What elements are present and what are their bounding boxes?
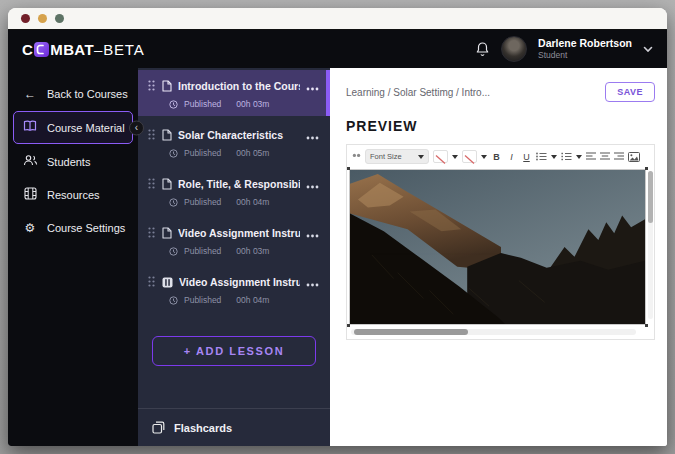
editor-horizontal-scrollbar[interactable]: [351, 329, 636, 335]
document-icon: [162, 178, 172, 190]
logo-text-suffix: BETA: [103, 41, 144, 58]
breadcrumb: Learning / Solar Settimg / Intro...: [346, 87, 490, 98]
logo-icon: [34, 42, 49, 57]
italic-button[interactable]: I: [506, 152, 517, 162]
collapse-panel-icon[interactable]: ‹: [129, 120, 144, 135]
clock-icon: [169, 198, 178, 207]
back-to-courses-label: Back to Courses: [47, 88, 128, 100]
document-icon: [162, 80, 172, 92]
drag-handle-icon[interactable]: [148, 126, 156, 144]
lesson-duration: 00h 05m: [236, 148, 269, 158]
sidebar-item-label: Course Material: [47, 122, 125, 134]
text-color-button[interactable]: [433, 150, 448, 163]
sidebar-item-course-material[interactable]: Course Material ‹: [13, 111, 133, 144]
selected-indicator: [326, 70, 330, 116]
users-icon: [22, 154, 38, 169]
bullet-list-button[interactable]: [536, 152, 547, 161]
lesson-item[interactable]: Role, Title, & Responsibilities Publishe…: [138, 168, 330, 214]
align-right-button[interactable]: [614, 152, 624, 161]
bold-button[interactable]: B: [491, 152, 502, 162]
lesson-menu-icon[interactable]: [306, 77, 320, 95]
editor-canvas[interactable]: [347, 167, 654, 335]
sidebar-item-resources[interactable]: Resources: [8, 178, 138, 212]
font-size-select[interactable]: Font Size: [365, 149, 429, 164]
logo-text-mid: MBAT: [50, 41, 94, 58]
gear-icon: ⚙: [22, 221, 38, 235]
logo-text-pre: C: [22, 41, 33, 58]
drag-handle-icon[interactable]: [148, 273, 156, 291]
caret-down-icon[interactable]: [452, 155, 458, 159]
avatar[interactable]: [501, 36, 527, 62]
lesson-duration: 00h 03m: [236, 246, 269, 256]
caret-down-icon[interactable]: [576, 155, 582, 159]
film-icon: [22, 187, 38, 203]
lesson-menu-icon[interactable]: [306, 224, 320, 242]
numbered-list-button[interactable]: [561, 152, 572, 161]
mountain-image[interactable]: [349, 169, 646, 325]
app-header: C MBAT – BETA Darlene Robertson Student: [8, 30, 667, 68]
insert-image-button[interactable]: [628, 152, 640, 162]
lesson-title: Introduction to the Course: [178, 80, 300, 92]
caret-down-icon[interactable]: [481, 155, 487, 159]
resize-handle[interactable]: [645, 167, 648, 170]
user-name: Darlene Robertson: [538, 37, 632, 50]
arrow-left-icon: ←: [22, 87, 38, 101]
lesson-list-panel: Introduction to the Course Published 00h…: [138, 68, 330, 446]
bell-icon[interactable]: [475, 41, 490, 57]
lesson-item[interactable]: Video Assignment Instructions Published …: [138, 217, 330, 263]
flashcards-button[interactable]: Flashcards: [138, 408, 330, 446]
drag-handle-icon[interactable]: [148, 224, 156, 242]
close-window-icon[interactable]: [21, 14, 30, 23]
lesson-item[interactable]: Introduction to the Course Published 00h…: [138, 70, 330, 116]
drag-handle-icon[interactable]: [148, 77, 156, 95]
minimize-window-icon[interactable]: [38, 14, 47, 23]
lesson-status: Published: [184, 246, 221, 256]
lesson-duration: 00h 03m: [236, 99, 269, 109]
lesson-item[interactable]: Video Assignment Instructions Published …: [138, 266, 330, 312]
lesson-item[interactable]: Solar Characteristics Published 00h 05m: [138, 119, 330, 165]
quote-icon[interactable]: [352, 153, 361, 160]
lesson-menu-icon[interactable]: [306, 273, 320, 291]
lesson-menu-icon[interactable]: [306, 175, 320, 193]
book-icon: [22, 120, 38, 135]
chevron-down-icon[interactable]: [643, 46, 653, 53]
resize-handle[interactable]: [347, 167, 350, 170]
sidebar-item-label: Resources: [47, 189, 100, 201]
lesson-status: Published: [184, 295, 221, 305]
resize-handle[interactable]: [645, 324, 648, 327]
sidebar-item-students[interactable]: Students: [8, 145, 138, 178]
caret-down-icon[interactable]: [551, 155, 557, 159]
lesson-title: Solar Characteristics: [178, 129, 300, 141]
lesson-duration: 00h 04m: [236, 197, 269, 207]
align-left-button[interactable]: [586, 152, 596, 161]
document-icon: [162, 129, 172, 141]
lesson-title: Video Assignment Instructions: [178, 227, 300, 239]
sidebar-item-course-settings[interactable]: ⚙ Course Settings: [8, 212, 138, 244]
underline-button[interactable]: U: [521, 152, 532, 162]
caret-down-icon: [418, 155, 424, 159]
sidebar-item-label: Students: [47, 156, 90, 168]
align-center-button[interactable]: [600, 152, 610, 161]
back-to-courses-button[interactable]: ← Back to Courses: [8, 78, 138, 110]
user-role: Student: [538, 50, 632, 61]
sidebar-item-label: Course Settings: [47, 222, 125, 234]
drag-handle-icon[interactable]: [148, 175, 156, 193]
highlight-color-button[interactable]: [462, 150, 477, 163]
maximize-window-icon[interactable]: [55, 14, 64, 23]
editor-vertical-scrollbar[interactable]: [648, 171, 653, 319]
resize-handle[interactable]: [347, 324, 350, 327]
lesson-status: Published: [184, 197, 221, 207]
add-lesson-button[interactable]: + ADD LESSON: [152, 336, 316, 366]
save-button[interactable]: SAVE: [605, 82, 655, 102]
clock-icon: [169, 149, 178, 158]
sidebar: ← Back to Courses Course Material ‹ Stud…: [8, 68, 138, 446]
editor-toolbar: Font Size B I U: [347, 145, 654, 167]
clock-icon: [169, 296, 178, 305]
preview-panel: Learning / Solar Settimg / Intro... SAVE…: [330, 68, 667, 446]
lesson-title: Role, Title, & Responsibilities: [178, 178, 300, 190]
lesson-title: Video Assignment Instructions: [179, 276, 300, 288]
video-icon: [162, 277, 173, 288]
app-logo: C MBAT – BETA: [22, 41, 144, 58]
document-icon: [162, 227, 172, 239]
lesson-menu-icon[interactable]: [306, 126, 320, 144]
